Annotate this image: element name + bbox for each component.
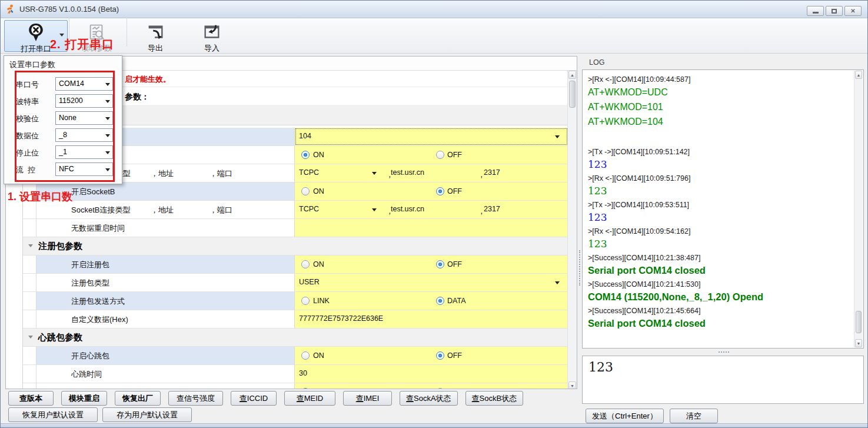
chevron-down-icon[interactable] bbox=[372, 208, 377, 211]
log-line-meta: >[Tx ->][COM14][10:09:51:142] bbox=[588, 147, 853, 157]
radio-label: ON bbox=[313, 351, 324, 360]
log-scrollbar[interactable]: ▲ ▼ bbox=[854, 71, 863, 347]
radio-on[interactable] bbox=[301, 351, 310, 360]
stop-bits-select[interactable]: _1 bbox=[55, 145, 113, 159]
radio-label: OFF bbox=[447, 260, 462, 268]
log-line-rx: AT+WKMOD=101 bbox=[588, 100, 853, 114]
socket-address-input[interactable]: test.usr.cn bbox=[391, 168, 424, 177]
scroll-up-icon[interactable]: ▲ bbox=[568, 71, 576, 79]
radio-link[interactable] bbox=[301, 297, 310, 305]
param-row: 无数据重启时间 bbox=[23, 219, 567, 237]
close-icon: ✕ bbox=[850, 8, 855, 14]
log-line-rx: 123 bbox=[588, 184, 853, 198]
footer-button-8[interactable]: 查SockA状态 bbox=[400, 391, 458, 406]
collapse-arrow-icon[interactable] bbox=[28, 336, 33, 339]
minimize-button[interactable] bbox=[807, 6, 824, 16]
socket-type-dropdown[interactable]: TCPC bbox=[299, 205, 319, 213]
read-params-icon bbox=[87, 22, 107, 44]
log-input-splitter[interactable] bbox=[582, 349, 864, 356]
param-dropdown[interactable]: 104 bbox=[295, 128, 568, 145]
chevron-down-icon[interactable] bbox=[372, 172, 377, 175]
import-icon bbox=[202, 22, 222, 44]
param-label-cell: 开启注册包 bbox=[36, 256, 294, 273]
data-bits-select[interactable]: _8 bbox=[55, 128, 113, 142]
flow-control-select[interactable]: NFC bbox=[55, 162, 113, 176]
stop-bits-label: 停止位 bbox=[16, 148, 52, 158]
log-line-tx: 123 bbox=[588, 158, 853, 171]
chevron-down-icon[interactable] bbox=[59, 34, 64, 37]
radio-off[interactable] bbox=[436, 151, 444, 159]
close-button[interactable]: ✕ bbox=[844, 6, 862, 16]
param-text-input[interactable]: 30 bbox=[299, 369, 307, 377]
import-label: 导入 bbox=[204, 44, 220, 52]
footer-button-9[interactable]: 查SockB状态 bbox=[465, 391, 524, 406]
param-value-cell: ONOFF bbox=[294, 347, 568, 364]
chevron-down-icon bbox=[105, 168, 110, 171]
defaults-buttons-row: 恢复用户默认设置存为用户默认设置 bbox=[8, 407, 192, 422]
footer-button-2[interactable]: 模块重启 bbox=[61, 391, 107, 406]
footer-button-4[interactable]: 查信号强度 bbox=[168, 391, 223, 406]
chevron-down-icon bbox=[105, 117, 110, 120]
restart-warning-text: 启才能生效。 bbox=[125, 74, 171, 85]
scroll-down-icon[interactable]: ▼ bbox=[855, 339, 862, 347]
chevron-down-icon bbox=[105, 151, 110, 154]
data-bits-label: 数据位 bbox=[16, 131, 52, 141]
params-heading-text: 参数： bbox=[125, 92, 149, 102]
footer-button-3[interactable]: 恢复出厂 bbox=[115, 391, 161, 406]
defaults-button-2[interactable]: 存为用户默认设置 bbox=[102, 407, 192, 422]
send-button[interactable]: 发送（Ctrl+Enter） bbox=[586, 409, 664, 423]
app-logo-icon bbox=[5, 4, 15, 14]
param-label: 无数据重启时间 bbox=[71, 223, 125, 234]
scroll-up-icon[interactable]: ▲ bbox=[855, 71, 862, 79]
send-input[interactable]: 123 bbox=[588, 360, 857, 395]
open-serial-port-button[interactable]: 打开串口 bbox=[4, 20, 68, 52]
log-line-meta: >[Success][COM14][10:21:38:487] bbox=[588, 253, 853, 263]
panel-splitter[interactable] bbox=[577, 56, 582, 389]
radio-net[interactable] bbox=[301, 388, 310, 389]
log-line-rx: AT+WKMOD=UDC bbox=[588, 85, 853, 99]
param-label-cell: 自定义数据(Hex) bbox=[36, 310, 294, 328]
param-value-cell: LINKDATA bbox=[294, 292, 568, 310]
serial-settings-popup: 设置串口参数 串口号 COM14 波特率 115200 校验位 None 数据位… bbox=[4, 55, 122, 184]
radio-com[interactable] bbox=[436, 388, 444, 389]
radio-label: NET bbox=[313, 388, 328, 389]
com-port-select[interactable]: COM14 bbox=[55, 77, 113, 91]
log-scroll-thumb[interactable] bbox=[856, 311, 862, 333]
maximize-button[interactable] bbox=[826, 6, 843, 16]
footer-button-6[interactable]: 查MEID bbox=[284, 391, 335, 406]
radio-on[interactable] bbox=[301, 187, 310, 195]
param-dropdown[interactable]: USER bbox=[295, 274, 568, 291]
defaults-button-1[interactable]: 恢复用户默认设置 bbox=[8, 407, 98, 422]
radio-off[interactable] bbox=[436, 260, 444, 268]
param-text-input[interactable]: 7777772E7573722E636E bbox=[299, 314, 383, 323]
socket-port-input[interactable]: 2317 bbox=[484, 205, 500, 213]
params-scroll-thumb[interactable] bbox=[569, 81, 576, 108]
parity-field: 校验位 None bbox=[4, 111, 122, 125]
parity-select[interactable]: None bbox=[55, 111, 113, 125]
footer-button-7[interactable]: 查IMEI bbox=[343, 391, 392, 406]
scroll-down-icon[interactable]: ▼ bbox=[568, 381, 576, 389]
com-port-label: 串口号 bbox=[16, 79, 52, 90]
param-row: 注册包发送方式LINKDATA bbox=[23, 292, 567, 310]
socket-address-input[interactable]: test.usr.cn bbox=[391, 205, 424, 213]
log-line-rx: 123 bbox=[588, 237, 853, 251]
baud-rate-select[interactable]: 115200 bbox=[55, 94, 113, 108]
export-button[interactable]: 导出 bbox=[134, 20, 177, 52]
socket-type-dropdown[interactable]: TCPC bbox=[299, 168, 319, 177]
socket-port-input[interactable]: 2317 bbox=[484, 168, 500, 177]
export-label: 导出 bbox=[148, 44, 163, 52]
import-button[interactable]: 导入 bbox=[190, 20, 234, 52]
collapse-arrow-icon[interactable] bbox=[28, 244, 33, 247]
send-button-row: 发送（Ctrl+Enter） 清空 bbox=[586, 409, 718, 423]
radio-off[interactable] bbox=[436, 187, 444, 195]
radio-on[interactable] bbox=[301, 260, 310, 268]
params-scrollbar[interactable]: ▲ ▼ bbox=[567, 71, 577, 389]
radio-on[interactable] bbox=[301, 151, 310, 159]
param-value-cell: 30 bbox=[294, 365, 568, 383]
param-row: 注册包类型USER bbox=[23, 274, 567, 292]
clear-button[interactable]: 清空 bbox=[670, 409, 718, 423]
footer-button-5[interactable]: 查ICCID bbox=[231, 391, 277, 406]
footer-button-1[interactable]: 查版本 bbox=[8, 391, 54, 406]
radio-data[interactable] bbox=[436, 297, 444, 305]
radio-off[interactable] bbox=[436, 351, 444, 360]
